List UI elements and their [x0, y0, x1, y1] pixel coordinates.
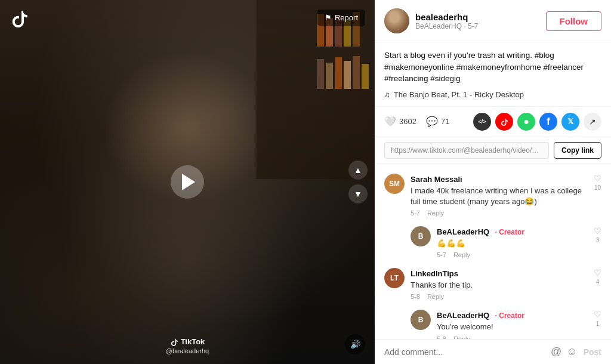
comment-meta: 5-7 Reply — [411, 209, 588, 217]
volume-button[interactable]: 🔊 — [345, 334, 365, 354]
commenter-avatar: B — [411, 226, 431, 246]
profile-header: bealeaderhq BeALeaderHQ · 5-7 Follow — [375, 0, 611, 42]
emoji-icon[interactable]: ☺ — [566, 346, 577, 358]
whatsapp-icon: ● — [523, 116, 529, 127]
comment-like: ♡ 3 — [594, 226, 601, 258]
facebook-share-button[interactable]: f — [539, 113, 557, 131]
comment-meta: 5-8 Reply — [411, 293, 588, 300]
comment-text: Thanks for the tip. — [411, 280, 588, 291]
comment-time: 5-8 — [411, 293, 420, 300]
whatsapp-share-button[interactable]: ● — [517, 113, 535, 131]
volume-icon: 🔊 — [350, 340, 360, 349]
report-label: Report — [335, 13, 358, 22]
music-info: ♫ The Banjo Beat, Pt. 1 - Ricky Desktop — [384, 90, 601, 99]
comment-icon: 💬 — [426, 116, 438, 127]
caption-text: Start a blog even if you're trash at wri… — [384, 50, 601, 85]
creator-badge: · Creator — [495, 228, 524, 236]
comment-like: ♡ 10 — [594, 174, 601, 217]
video-link: https://www.tiktok.com/@bealeaderhq/vide… — [384, 142, 549, 159]
link-bar: https://www.tiktok.com/@bealeaderhq/vide… — [375, 137, 611, 164]
like-count: 3 — [596, 237, 600, 243]
comment-count: 71 — [441, 117, 449, 126]
tiktok-share-button[interactable] — [495, 113, 513, 131]
commenter-name: LinkedInTips — [411, 269, 458, 278]
comment-item: LT LinkedInTips Thanks for the tip. 5-8 … — [375, 263, 611, 305]
report-button[interactable]: ⚑ Report — [317, 10, 365, 26]
comment-text: You're welcome! — [437, 322, 588, 332]
commenter-name: Sarah Messali — [411, 175, 462, 184]
comment-text: 💪💪💪 — [437, 238, 588, 249]
nav-arrows: ▲ ▼ — [348, 161, 368, 203]
music-icon: ♫ — [384, 90, 390, 99]
twitter-share-button[interactable]: 𝕏 — [561, 113, 579, 131]
creator-handle: BeALeaderHQ · 5-7 — [415, 22, 540, 30]
commenter-avatar: LT — [384, 268, 405, 288]
creator-username: bealeaderhq — [415, 12, 540, 22]
like-icon[interactable]: ♡ — [594, 268, 601, 277]
creator-info: bealeaderhq BeALeaderHQ · 5-7 — [415, 12, 540, 30]
stats-bar: 🤍 3602 💬 71 </> ● f 𝕏 ↗ — [375, 107, 611, 137]
comment-input-bar: @ ☺ Post — [375, 339, 611, 364]
video-caption: Start a blog even if you're trash at wri… — [375, 42, 611, 107]
commenter-avatar: SM — [384, 174, 405, 194]
reply-button[interactable]: Reply — [427, 209, 444, 217]
like-count: 4 — [596, 279, 600, 285]
comment-text: I made 40k freelance writing when I was … — [411, 186, 588, 207]
share-icons: </> ● f 𝕏 ↗ — [473, 113, 601, 131]
comment-time: 5-7 — [411, 209, 420, 217]
commenter-name: BeALeaderHQ — [437, 311, 489, 320]
tiktok-brand-label: TikTok — [181, 337, 205, 346]
video-panel: ⚑ Report ▲ ▼ 🔊 TikTok @bealeaderhq — [0, 0, 375, 364]
comment-meta: 5-7 Reply — [437, 251, 588, 258]
comment-input[interactable] — [384, 347, 545, 357]
comment-like: ♡ 4 — [594, 268, 601, 300]
reply-button[interactable]: Reply — [427, 293, 444, 300]
like-icon[interactable]: ♡ — [594, 310, 601, 319]
like-count: 10 — [594, 184, 601, 191]
comment-item: B BeALeaderHQ · Creator 💪💪💪 5-7 Reply ♡ … — [375, 221, 611, 263]
comment-body: LinkedInTips Thanks for the tip. 5-8 Rep… — [411, 268, 588, 300]
like-count: 1 — [596, 320, 600, 327]
video-watermark: TikTok @bealeaderhq — [166, 337, 209, 354]
comment-like: ♡ 1 — [594, 310, 601, 339]
creator-badge: · Creator — [495, 311, 524, 320]
comment-item: SM Sarah Messali I made 40k freelance wr… — [375, 169, 611, 221]
tiktok-logo — [10, 8, 29, 32]
flag-icon: ⚑ — [325, 13, 332, 22]
creator-watermark: @bealeaderhq — [166, 347, 209, 354]
at-icon[interactable]: @ — [551, 346, 561, 358]
input-icons: @ ☺ — [551, 346, 578, 358]
heart-icon: 🤍 — [384, 116, 396, 127]
play-icon — [182, 174, 195, 190]
comments-section: SM Sarah Messali I made 40k freelance wr… — [375, 164, 611, 339]
play-button[interactable] — [171, 165, 204, 199]
follow-button[interactable]: Follow — [546, 11, 602, 31]
comment-body: BeALeaderHQ · Creator 💪💪💪 5-7 Reply — [437, 226, 588, 258]
nav-down-button[interactable]: ▼ — [348, 184, 368, 203]
comment-item: B BeALeaderHQ · Creator You're welcome! … — [375, 305, 611, 339]
creator-avatar — [384, 8, 409, 33]
comment-time: 5-7 — [437, 251, 446, 258]
like-icon[interactable]: ♡ — [594, 226, 601, 236]
more-share-button[interactable]: ↗ — [584, 113, 601, 131]
like-count: 3602 — [399, 117, 416, 126]
comment-body: BeALeaderHQ · Creator You're welcome! 5-… — [437, 310, 588, 339]
commenter-avatar: B — [411, 310, 431, 330]
post-comment-button[interactable]: Post — [584, 347, 601, 357]
copy-link-button[interactable]: Copy link — [554, 142, 601, 159]
embed-share-button[interactable]: </> — [473, 113, 491, 131]
comments-stat: 💬 71 — [426, 116, 449, 127]
nav-up-button[interactable]: ▲ — [348, 161, 368, 180]
info-panel: bealeaderhq BeALeaderHQ · 5-7 Follow Sta… — [375, 0, 611, 364]
likes-stat: 🤍 3602 — [384, 116, 416, 127]
commenter-name: BeALeaderHQ — [437, 227, 489, 236]
music-title: The Banjo Beat, Pt. 1 - Ricky Desktop — [394, 90, 524, 99]
comment-body: Sarah Messali I made 40k freelance writi… — [411, 174, 588, 217]
like-icon[interactable]: ♡ — [594, 174, 601, 183]
reply-button[interactable]: Reply — [453, 251, 470, 258]
